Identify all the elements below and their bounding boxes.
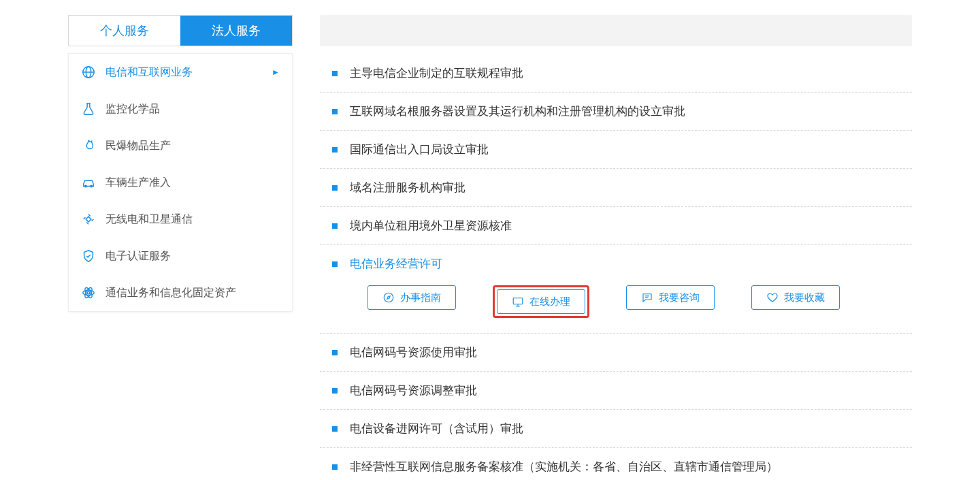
list-item-expanded: 电信业务经营许可 办事指南 在线办理 — [320, 245, 912, 334]
list-item-header[interactable]: 电信业务经营许可 — [320, 256, 909, 272]
sidebar-item-chemicals[interactable]: 监控化学品 — [69, 91, 292, 127]
bullet-icon — [332, 223, 338, 229]
sidebar-item-comm-assets[interactable]: 通信业务和信息化固定资产 — [69, 274, 292, 311]
satellite-icon — [81, 212, 96, 227]
compass-icon — [382, 291, 395, 304]
sidebar-item-label: 监控化学品 — [105, 102, 160, 116]
favorite-button[interactable]: 我要收藏 — [751, 285, 840, 310]
bullet-icon — [332, 350, 338, 355]
sidebar-item-label: 电子认证服务 — [105, 249, 171, 263]
list-item-label: 域名注册服务机构审批 — [350, 180, 466, 195]
service-list: 主导电信企业制定的互联规程审批 互联网域名根服务器设置及其运行机构和注册管理机构… — [320, 54, 912, 480]
list-item: 国际通信出入口局设立审批 — [320, 131, 912, 169]
bullet-icon — [332, 71, 338, 76]
svg-point-10 — [384, 293, 393, 302]
action-label: 我要收藏 — [784, 291, 825, 304]
list-item-header[interactable]: 境内单位租用境外卫星资源核准 — [320, 218, 909, 234]
list-item-label: 非经营性互联网信息服务备案核准（实施机关：各省、自治区、直辖市通信管理局） — [350, 459, 778, 475]
svg-rect-11 — [513, 298, 523, 304]
sidebar-item-label: 民爆物品生产 — [105, 139, 171, 153]
sidebar-item-label: 无线电和卫星通信 — [105, 212, 193, 227]
list-item: 互联网域名根服务器设置及其运行机构和注册管理机构的设立审批 — [320, 93, 912, 131]
globe-icon — [81, 65, 96, 80]
list-item-header[interactable]: 非经营性互联网信息服务备案核准（实施机关：各省、自治区、直辖市通信管理局） — [320, 459, 909, 475]
tab-personal-service[interactable]: 个人服务 — [69, 16, 180, 46]
flask-icon — [81, 101, 96, 116]
list-item-label: 互联网域名根服务器设置及其运行机构和注册管理机构的设立审批 — [350, 103, 685, 119]
sidebar-item-radio-satellite[interactable]: 无线电和卫星通信 — [69, 201, 292, 238]
bullet-icon — [332, 109, 338, 114]
list-item: 电信设备进网许可（含试用）审批 — [320, 410, 912, 448]
chevron-right-icon: ► — [272, 67, 280, 77]
flame-icon — [81, 138, 96, 153]
tab-legal-service[interactable]: 法人服务 — [180, 16, 292, 46]
list-item-label: 电信设备进网许可（含试用）审批 — [350, 421, 523, 436]
list-item-label: 电信业务经营许可 — [350, 256, 442, 272]
bullet-icon — [332, 185, 338, 191]
list-item-label: 主导电信企业制定的互联规程审批 — [350, 65, 523, 81]
list-item-header[interactable]: 国际通信出入口局设立审批 — [320, 142, 909, 157]
list-item: 电信网码号资源使用审批 — [320, 334, 912, 372]
bullet-icon — [332, 464, 338, 470]
heart-icon — [766, 291, 779, 304]
main-content: 主导电信企业制定的互联规程审批 互联网域名根服务器设置及其运行机构和注册管理机构… — [293, 15, 912, 480]
sidebar-item-label: 电信和互联网业务 — [105, 65, 193, 80]
svg-rect-5 — [86, 217, 91, 222]
sidebar-item-explosives[interactable]: 民爆物品生产 — [69, 127, 292, 164]
list-item: 境内单位租用境外卫星资源核准 — [320, 207, 912, 245]
sidebar-item-telecom-internet[interactable]: 电信和互联网业务 ► — [69, 54, 292, 91]
bullet-icon — [332, 147, 338, 153]
consult-button[interactable]: 我要咨询 — [626, 285, 715, 310]
list-item-label: 境内单位租用境外卫星资源核准 — [350, 218, 512, 234]
highlight-annotation: 在线办理 — [493, 285, 589, 318]
sidebar-item-ecert[interactable]: 电子认证服务 — [69, 238, 292, 274]
bullet-icon — [332, 426, 338, 432]
list-item: 域名注册服务机构审批 — [320, 169, 912, 207]
list-item: 主导电信企业制定的互联规程审批 — [320, 54, 912, 93]
monitor-icon — [512, 295, 524, 308]
list-item-header[interactable]: 电信网码号资源调整审批 — [320, 383, 909, 398]
sidebar-item-label: 通信业务和信息化固定资产 — [105, 286, 236, 300]
list-item-header[interactable]: 互联网域名根服务器设置及其运行机构和注册管理机构的设立审批 — [320, 103, 909, 119]
filter-bar[interactable] — [320, 15, 912, 46]
guide-button[interactable]: 办事指南 — [368, 285, 456, 310]
list-item-header[interactable]: 电信网码号资源使用审批 — [320, 345, 909, 360]
sidebar-item-vehicle[interactable]: 车辆生产准入 — [69, 164, 292, 201]
online-apply-button[interactable]: 在线办理 — [497, 289, 585, 314]
left-column: 个人服务 法人服务 电信和互联网业务 ► 监控化学品 — [68, 15, 293, 480]
category-sidebar: 电信和互联网业务 ► 监控化学品 民爆物品生产 车辆生产准入 — [68, 53, 293, 312]
list-item-label: 电信网码号资源调整审批 — [350, 383, 477, 398]
list-item: 电信网码号资源调整审批 — [320, 372, 912, 410]
list-item-header[interactable]: 域名注册服务机构审批 — [320, 180, 909, 195]
action-row: 办事指南 在线办理 我要咨询 — [320, 272, 909, 322]
service-tabs: 个人服务 法人服务 — [68, 15, 293, 46]
bullet-icon — [332, 388, 338, 394]
chat-icon — [641, 291, 653, 304]
bullet-icon — [332, 261, 338, 267]
shield-icon — [81, 249, 96, 263]
car-icon — [81, 175, 96, 190]
list-item-label: 电信网码号资源使用审批 — [350, 345, 477, 360]
list-item-header[interactable]: 电信设备进网许可（含试用）审批 — [320, 421, 909, 436]
atom-icon — [81, 285, 96, 300]
action-label: 办事指南 — [400, 291, 441, 304]
action-label: 我要咨询 — [659, 291, 700, 304]
sidebar-item-label: 车辆生产准入 — [105, 176, 171, 190]
list-item: 非经营性互联网信息服务备案核准（实施机关：各省、自治区、直辖市通信管理局） — [320, 448, 912, 480]
svg-point-6 — [87, 291, 90, 294]
action-label: 在线办理 — [529, 295, 570, 308]
list-item-label: 国际通信出入口局设立审批 — [350, 142, 489, 157]
list-item-header[interactable]: 主导电信企业制定的互联规程审批 — [320, 65, 909, 81]
